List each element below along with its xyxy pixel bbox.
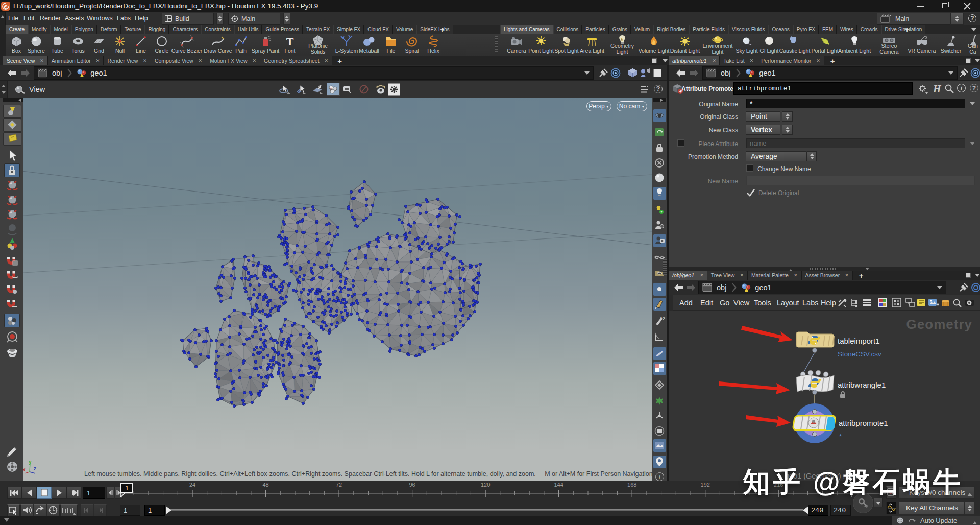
svg-text:12: 12 — [660, 316, 665, 321]
svg-text:y: y — [29, 459, 32, 465]
svg-text:120: 120 — [481, 482, 490, 488]
svg-text:96: 96 — [409, 482, 415, 488]
svg-text:144: 144 — [554, 482, 563, 488]
svg-text:168: 168 — [627, 482, 636, 488]
svg-text:72: 72 — [336, 482, 342, 488]
svg-text:z: z — [34, 466, 36, 471]
svg-text:T: T — [286, 35, 294, 48]
svg-text:192: 192 — [701, 482, 710, 488]
svg-text:48: 48 — [262, 482, 268, 488]
svg-text:24: 24 — [189, 482, 195, 488]
